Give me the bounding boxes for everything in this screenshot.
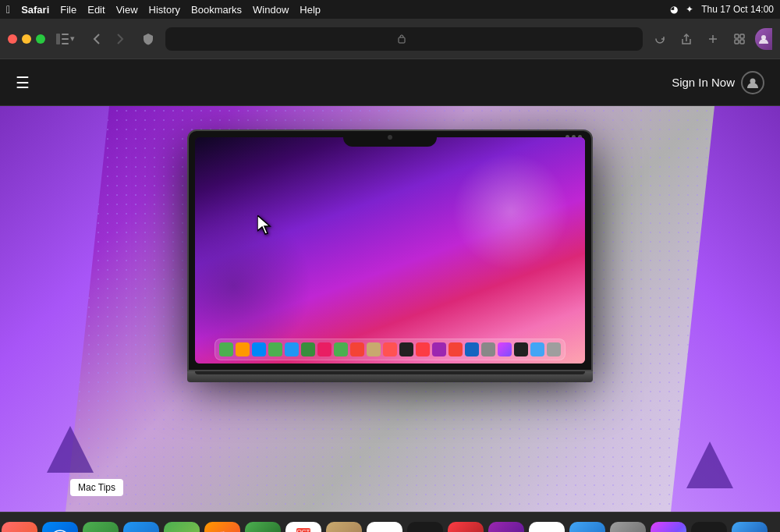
back-button[interactable] [86, 28, 108, 50]
sidebar-toggle[interactable]: ▾ [51, 30, 80, 48]
macbook-screen [187, 129, 593, 371]
macbook-base [187, 371, 593, 382]
profile-partial[interactable] [755, 28, 772, 50]
site-header: ☰ Sign In Now [0, 59, 780, 106]
safari-window: ▾ [0, 19, 780, 512]
macbook-display [195, 137, 585, 364]
menu-bar-right: ◕ ✦ Thu 17 Oct 14:00 [670, 4, 774, 15]
dock-appletv[interactable] [407, 522, 443, 533]
macbook-hinge [195, 371, 585, 374]
svg-rect-4 [399, 37, 405, 43]
close-button[interactable] [8, 34, 17, 44]
svg-rect-0 [56, 34, 60, 44]
new-tab-button[interactable] [702, 28, 724, 50]
address-bar[interactable] [165, 27, 643, 51]
dock-maps[interactable]: 🗺 [164, 522, 200, 533]
dock-safari[interactable] [42, 522, 78, 533]
dock-calendar[interactable]: OCT 17 [285, 522, 321, 533]
account-icon [741, 71, 764, 94]
app-menu-safari[interactable]: Safari [21, 4, 49, 16]
svg-marker-14 [257, 215, 270, 234]
sign-in-label: Sign In Now [672, 76, 735, 89]
camera-dot [388, 135, 392, 140]
dock-news[interactable]: N [529, 522, 565, 533]
svg-rect-3 [62, 43, 69, 44]
svg-rect-1 [62, 34, 69, 35]
toolbar-right [649, 28, 772, 50]
svg-rect-10 [735, 40, 739, 44]
menubar-wifi-icon: ◕ [670, 4, 678, 15]
hamburger-menu[interactable]: ☰ [16, 73, 30, 92]
tab-overview-button[interactable] [729, 28, 750, 50]
svg-rect-2 [62, 38, 69, 40]
dock-appstore[interactable]: A [569, 522, 605, 533]
menu-bar-left:  Safari File Edit View History Bookmark… [6, 3, 321, 16]
traffic-lights [8, 34, 45, 44]
menu-edit[interactable]: Edit [87, 4, 105, 16]
shield-icon[interactable] [137, 28, 159, 50]
macos-dock: ⊞ 💬 ✉️ 🗺 🌸 📹 OCT 17 🎵 📋 ♪ 🎙 N A [0, 512, 780, 532]
share-button[interactable] [675, 28, 697, 50]
apple-menu[interactable]:  [6, 3, 10, 16]
safari-toolbar: ▾ [0, 19, 780, 59]
dock-systemprefs[interactable]: ⚙️ [610, 522, 646, 533]
dock-mail[interactable]: ✉️ [123, 522, 159, 533]
dock-colorui[interactable]: 🎨 [651, 522, 686, 533]
wallpaper-wave2 [452, 153, 569, 270]
menu-help[interactable]: Help [300, 4, 321, 16]
forward-button[interactable] [109, 28, 131, 50]
dock-podcasts[interactable]: 🎙 [488, 522, 524, 533]
svg-rect-11 [740, 40, 744, 44]
reload-button[interactable] [649, 28, 671, 50]
dock-unknown[interactable]: 🎵 [326, 522, 362, 533]
dock-files[interactable]: 🗂 [732, 522, 768, 533]
website-content: ☰ Sign In Now [0, 59, 780, 512]
dock-photos[interactable]: 🌸 [204, 522, 240, 533]
svg-rect-9 [740, 34, 744, 38]
menubar-bluetooth-icon: ✦ [686, 4, 693, 15]
macbook-notch [343, 131, 437, 147]
svg-rect-8 [735, 34, 739, 38]
nav-buttons [86, 28, 131, 50]
menu-view[interactable]: View [116, 4, 138, 16]
minimize-button[interactable] [22, 34, 31, 44]
menu-bookmarks[interactable]: Bookmarks [191, 4, 242, 16]
dock-terminal[interactable]: $_ [691, 522, 727, 533]
menu-history[interactable]: History [149, 4, 180, 16]
dock-music[interactable]: ♪ [448, 522, 484, 533]
menubar-time: Thu 17 Oct 14:00 [701, 4, 774, 15]
mac-tips-badge: Mac Tips [70, 479, 123, 496]
in-screen-dock [214, 339, 566, 360]
sign-in-button[interactable]: Sign In Now [672, 71, 764, 94]
dock-launchpad[interactable]: ⊞ [2, 522, 37, 533]
maximize-button[interactable] [36, 34, 45, 44]
menu-file[interactable]: File [60, 4, 76, 16]
menu-bar:  Safari File Edit View History Bookmark… [0, 0, 780, 19]
macbook-image [187, 129, 593, 382]
dock-messages[interactable]: 💬 [83, 522, 119, 533]
hero-area: Mac Tips [0, 106, 780, 512]
menu-window[interactable]: Window [253, 4, 289, 16]
dock-facetime[interactable]: 📹 [245, 522, 281, 533]
dock-reminders[interactable]: 📋 [367, 522, 402, 533]
